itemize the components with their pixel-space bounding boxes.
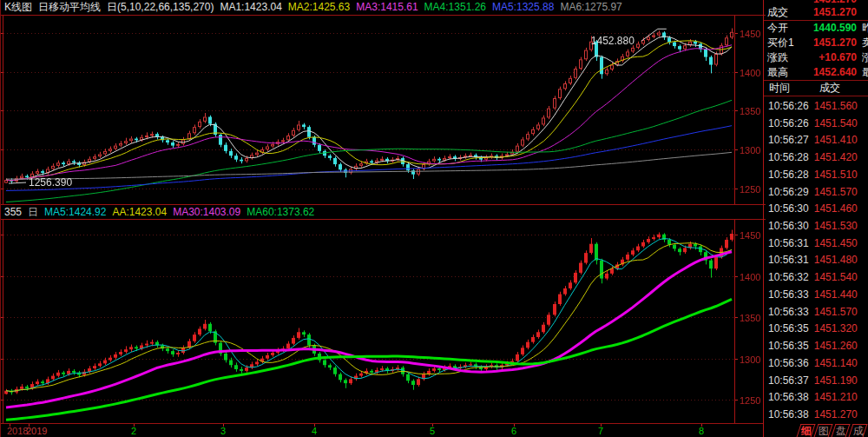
quote-value: 1440.590 — [813, 21, 857, 36]
tick-price: 1451.420 — [814, 149, 858, 165]
time-axis: 201820192345678 — [1, 423, 763, 437]
tick-row[interactable]: 10:56:361451.140 — [764, 355, 868, 371]
quote-label: 今开 — [767, 21, 788, 36]
tick-row[interactable]: 10:56:381451.210 — [764, 389, 868, 405]
tab-label: 细 — [800, 425, 811, 437]
period-icon: 日 — [28, 206, 38, 218]
tick-price: 1451.510 — [814, 167, 858, 182]
tick-row[interactable]: 10:56:331451.570 — [764, 304, 868, 320]
tick-row[interactable]: 10:56:291451.570 — [764, 184, 868, 200]
tick-row[interactable]: 10:56:351451.260 — [764, 338, 868, 354]
tick-time-header: 时间 — [769, 81, 790, 96]
tick-row[interactable]: 10:56:321451.540 — [764, 269, 868, 285]
quote-value: 1451.270 — [813, 5, 857, 20]
tick-time: 10:56:31 — [768, 252, 809, 268]
quote-row-涨跌: 涨跌+10.670涨 — [764, 50, 868, 65]
tick-price: 1451.140 — [814, 355, 858, 371]
x-axis-label: 7 — [598, 426, 603, 436]
tick-time: 10:56:28 — [768, 167, 809, 182]
tick-row[interactable]: 10:56:261451.560 — [764, 98, 868, 114]
main-candlestick-chart[interactable] — [1, 16, 763, 204]
tick-table-header: 时间 成交 — [764, 81, 868, 96]
aa-value: AA:1423.04 — [112, 206, 167, 218]
tick-row[interactable]: 10:56:301451.460 — [764, 201, 868, 216]
tick-time: 10:56:37 — [768, 373, 809, 388]
x-axis-label: 5 — [430, 426, 435, 436]
tick-time: 10:56:35 — [768, 321, 809, 336]
tick-time: 10:56:33 — [768, 287, 809, 302]
tick-price: 1451.540 — [814, 116, 858, 131]
tab-label: 成 — [852, 425, 863, 437]
tick-price: 1451.260 — [814, 338, 858, 354]
x-axis-label: 8 — [699, 426, 704, 436]
tick-row[interactable]: 10:56:281451.510 — [764, 167, 868, 182]
tab-细[interactable]: 细 — [797, 424, 816, 437]
tick-row[interactable]: 10:56:271451.410 — [764, 132, 868, 148]
quote-value: 1451.270 — [813, 36, 857, 50]
tick-time: 10:56:29 — [768, 184, 809, 200]
tick-time: 10:56:32 — [768, 269, 809, 285]
tick-price: 1451.450 — [814, 235, 858, 251]
tick-price: 1451.440 — [814, 287, 858, 302]
tick-price: 1451.210 — [814, 389, 858, 405]
tick-time: 10:56:38 — [768, 407, 809, 422]
x-axis-label: 2018 — [7, 426, 28, 436]
x-axis-label: 2019 — [26, 426, 47, 436]
tick-list[interactable]: 10:56:261451.56010:56:261451.54010:56:27… — [764, 98, 868, 422]
ma30-value: MA30:1403.09 — [173, 206, 240, 218]
tab-盘[interactable]: 盘 — [832, 424, 851, 437]
tick-row[interactable]: 10:56:351451.320 — [764, 321, 868, 336]
quote-row-买价1: 买价11451.270卖 — [764, 36, 868, 50]
clipped-second-column-label: 卖 — [862, 36, 868, 50]
tick-price: 1451.480 — [814, 252, 858, 268]
indicator-label: 日移动平均线 — [38, 1, 101, 13]
ma5-value: MA5:1325.88 — [492, 1, 554, 13]
tab-图[interactable]: 图 — [814, 424, 833, 437]
tick-price: 1451.270 — [814, 407, 858, 422]
main-chart-header: K线图日移动平均线日(5,10,22,66,135,270)MA1:1423.0… — [1, 0, 766, 16]
tick-row[interactable]: 10:56:301451.530 — [764, 218, 868, 234]
view-tab-strip: 细图盘成 — [796, 422, 868, 437]
quote-label: 涨跌 — [767, 50, 788, 65]
tick-row[interactable]: 10:56:261451.540 — [764, 116, 868, 131]
tick-time: 10:56:28 — [768, 149, 809, 165]
tick-time: 10:56:31 — [768, 235, 809, 251]
ma-periods-label: 日(5,10,22,66,135,270) — [107, 1, 214, 13]
ma60-value: MA60:1373.62 — [247, 206, 314, 218]
ma2-value: MA2:1425.63 — [288, 1, 350, 13]
x-axis-label: 3 — [220, 426, 226, 436]
tick-price: 1451.320 — [814, 321, 858, 336]
tick-time: 10:56:26 — [768, 116, 809, 131]
quote-value: 1452.640 — [813, 65, 857, 80]
tick-time: 10:56:30 — [768, 201, 809, 216]
tick-time: 10:56:30 — [768, 218, 809, 234]
quote-row-今开: 今开1440.590昨 — [764, 21, 868, 36]
x-axis-label: 2 — [131, 426, 136, 436]
tick-price: 1451.410 — [814, 132, 858, 148]
tick-time: 10:56:36 — [768, 355, 809, 371]
x-axis-label: 6 — [511, 426, 516, 436]
tick-price: 1451.540 — [814, 269, 858, 285]
tick-price: 1451.530 — [814, 218, 858, 234]
tick-time: 10:56:27 — [768, 132, 809, 148]
tick-price: 1451.560 — [814, 98, 858, 114]
tick-time: 10:56:26 — [768, 98, 809, 114]
secondary-candlestick-chart[interactable] — [1, 220, 763, 423]
ma4-value: MA4:1351.26 — [424, 1, 486, 13]
tick-row[interactable]: 10:56:381451.270 — [764, 407, 868, 422]
tick-price: 1451.190 — [814, 373, 858, 388]
tick-time: 10:56:38 — [768, 389, 809, 405]
tick-row[interactable]: 10:56:371451.190 — [764, 373, 868, 388]
quote-row-成交: 成交1451.270 — [764, 5, 868, 21]
quote-label: 买价1 — [767, 36, 794, 50]
tick-price-header: 成交 — [819, 81, 840, 96]
tick-row[interactable]: 10:56:311451.480 — [764, 252, 868, 268]
contract-id: 355 — [4, 206, 22, 218]
tick-row[interactable]: 10:56:311451.450 — [764, 235, 868, 251]
tab-成[interactable]: 成 — [849, 424, 868, 437]
tick-row[interactable]: 10:56:281451.420 — [764, 149, 868, 165]
tick-row[interactable]: 10:56:331451.440 — [764, 287, 868, 302]
tick-time: 10:56:35 — [768, 338, 809, 354]
tick-price: 1451.570 — [814, 184, 858, 200]
clipped-second-column-label: 涨 — [862, 50, 868, 65]
